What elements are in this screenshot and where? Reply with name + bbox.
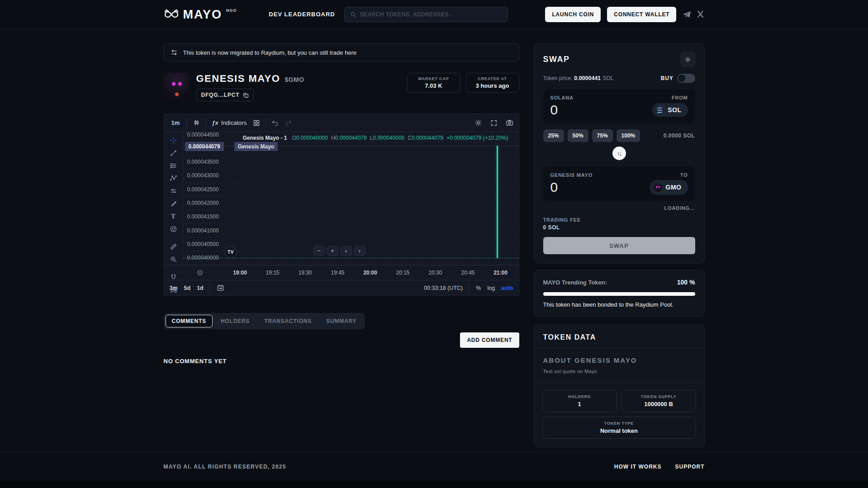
- solana-logo-icon: [656, 107, 664, 114]
- from-amount-input[interactable]: 0: [550, 102, 558, 118]
- time-label: 19:15: [266, 270, 279, 276]
- time-label: 20:45: [461, 270, 474, 276]
- zoom-in-button[interactable]: +: [327, 246, 338, 256]
- from-asset-selector[interactable]: SOL: [652, 103, 688, 117]
- to-asset-selector[interactable]: GMO: [650, 180, 688, 195]
- brush-icon[interactable]: [170, 200, 177, 208]
- swap-title: SWAP: [543, 55, 570, 64]
- go-to-date-icon[interactable]: [217, 284, 224, 292]
- to-token-name: GENESIS MAYO: [550, 172, 593, 178]
- current-price-label: 0.000044079: [185, 142, 224, 151]
- swap-direction-button[interactable]: ↑↓: [612, 147, 626, 160]
- current-price-line: [183, 146, 519, 146]
- scroll-right-button[interactable]: ›: [354, 246, 365, 256]
- buy-sell-toggle[interactable]: [677, 74, 695, 83]
- to-amount-value: 0: [550, 180, 558, 195]
- chart-pane[interactable]: 0.000044500 0.000043500 0.000043000 0.00…: [183, 132, 519, 265]
- token-type-label: TOKEN TYPE: [546, 421, 692, 426]
- token-price-label: Token price:: [543, 75, 573, 81]
- percent-scale-button[interactable]: %: [476, 285, 481, 291]
- current-time-utc[interactable]: 00:33:18 (UTC): [424, 285, 463, 291]
- percent-75-button[interactable]: 75%: [592, 129, 613, 142]
- tab-comments[interactable]: COMMENTS: [166, 315, 213, 327]
- text-tool-icon[interactable]: T: [171, 213, 175, 220]
- chart-settings-icon[interactable]: [474, 119, 483, 127]
- launch-coin-button[interactable]: LAUNCH COIN: [545, 7, 601, 22]
- trendline-icon[interactable]: [170, 149, 177, 157]
- fullscreen-icon[interactable]: [489, 119, 498, 127]
- interval-button[interactable]: 1m: [169, 119, 183, 126]
- support-link[interactable]: SUPPORT: [675, 464, 704, 470]
- open-price-line: [183, 258, 519, 258]
- emoji-tool-icon[interactable]: [170, 225, 177, 233]
- redo-icon[interactable]: [284, 119, 293, 127]
- percent-25-button[interactable]: 25%: [543, 129, 564, 142]
- wallet-balance: 0.0000 SOL: [664, 133, 695, 139]
- legend-change: +0.000004079 (+10.20%): [446, 135, 508, 141]
- gmo-token-icon: [654, 183, 662, 192]
- token-data-title: TOKEN DATA: [543, 333, 596, 341]
- log-scale-button[interactable]: log: [487, 285, 495, 291]
- from-asset-symbol: SOL: [668, 106, 681, 114]
- x-twitter-icon[interactable]: [697, 10, 704, 18]
- price-axis-label: 0.000041500: [187, 214, 219, 219]
- market-cap-label: MARKET CAP: [414, 76, 454, 81]
- position-tool-icon[interactable]: [170, 187, 177, 195]
- swap-settings-button[interactable]: [681, 52, 695, 66]
- crosshair-icon[interactable]: [170, 137, 177, 144]
- created-at-label: CREATED AT: [473, 76, 512, 81]
- tab-holders[interactable]: HOLDERS: [214, 315, 256, 327]
- connect-wallet-button[interactable]: CONNECT WALLET: [607, 7, 676, 22]
- holders-box: HOLDERS 1: [542, 390, 617, 412]
- search-input[interactable]: [360, 11, 502, 18]
- chart-bottom-bar: 3m 5d 1d 00:33:18 (UTC) % log auto: [164, 280, 519, 295]
- candlestick: [497, 146, 498, 258]
- tab-transactions[interactable]: TRANSACTIONS: [258, 315, 318, 327]
- percent-100-button[interactable]: 100%: [617, 129, 640, 142]
- undo-icon[interactable]: [270, 119, 280, 127]
- add-comment-button[interactable]: ADD COMMENT: [460, 332, 519, 348]
- zoom-out-button[interactable]: −: [313, 246, 325, 256]
- time-label: 20:15: [396, 270, 409, 276]
- mayo-cat-logo-icon: [164, 8, 179, 21]
- dev-leaderboard-link[interactable]: DEV LEADERBOARD: [269, 11, 335, 18]
- auto-scale-button[interactable]: auto: [501, 285, 513, 291]
- time-axis[interactable]: 19:00 19:15 19:30 19:45 20:00 20:15 20:3…: [164, 265, 519, 280]
- copyright-text: MAYO AI. ALL RIGHTS RESERVED, 2025: [164, 464, 286, 470]
- candles-style-button[interactable]: [192, 119, 201, 127]
- range-1d-button[interactable]: 1d: [197, 285, 204, 291]
- token-address-chip[interactable]: DFQG...LPCT: [196, 89, 254, 101]
- market-cap-value: 7.03 K: [414, 82, 454, 89]
- holders-label: HOLDERS: [546, 394, 613, 399]
- tab-summary[interactable]: SUMMARY: [320, 315, 363, 327]
- swap-submit-button[interactable]: SWAP: [543, 237, 695, 254]
- range-3m-button[interactable]: 3m: [170, 285, 178, 291]
- scroll-left-button[interactable]: ‹: [341, 246, 352, 256]
- pattern-xabcd-icon[interactable]: [170, 175, 177, 182]
- token-address: DFQG...LPCT: [201, 92, 240, 98]
- brand-logo[interactable]: MAYO NGO: [164, 8, 237, 21]
- tradingview-logo[interactable]: TV: [225, 246, 237, 258]
- ruler-icon[interactable]: [170, 243, 177, 251]
- top-navigation: MAYO NGO DEV LEADERBOARD LAUNCH COIN CON…: [0, 0, 868, 29]
- range-5d-button[interactable]: 5d: [184, 285, 191, 291]
- search-icon: [350, 11, 356, 18]
- swap-from-box: SOLANA FROM 0 S: [543, 89, 695, 123]
- brand-superscript: NGO: [226, 8, 237, 13]
- search-box[interactable]: [344, 7, 508, 22]
- content-tabs: COMMENTS HOLDERS TRANSACTIONS SUMMARY: [164, 313, 365, 329]
- copy-icon[interactable]: [243, 92, 249, 98]
- telegram-icon[interactable]: [683, 10, 691, 19]
- layout-grid-button[interactable]: [252, 119, 261, 127]
- footer: MAYO AI. ALL RIGHTS RESERVED, 2025 HOW I…: [0, 452, 868, 481]
- screenshot-camera-icon[interactable]: [505, 119, 514, 127]
- created-at-box: CREATED AT 3 hours ago: [466, 73, 519, 93]
- how-it-works-link[interactable]: HOW IT WORKS: [614, 464, 662, 470]
- swap-panel: SWAP Token price: 0.0000441 SOL BUY SOLA…: [534, 43, 705, 264]
- indicators-button[interactable]: ƒx Indicators: [211, 119, 247, 126]
- token-type-value: Normal token: [546, 427, 692, 434]
- chart-nav-buttons: − + ‹ ›: [313, 246, 365, 256]
- horizontal-lines-icon[interactable]: [170, 162, 177, 170]
- percent-50-button[interactable]: 50%: [568, 129, 588, 142]
- zoom-in-icon[interactable]: [170, 256, 177, 263]
